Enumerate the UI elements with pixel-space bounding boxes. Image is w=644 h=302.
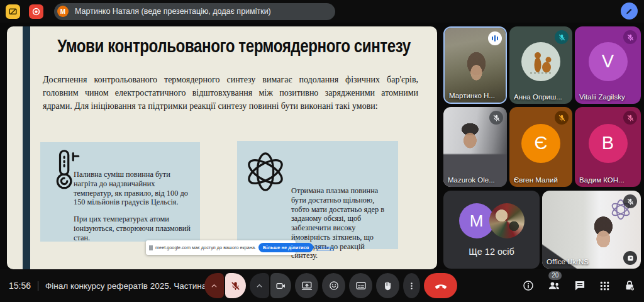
reactions-button[interactable] — [322, 273, 345, 298]
speaking-audio-icon — [488, 31, 502, 45]
hide-notification-link[interactable]: Сховати — [316, 245, 334, 250]
mic-muted-icon — [555, 30, 569, 44]
camera-options-chevron[interactable] — [250, 273, 269, 298]
meeting-details-button[interactable] — [522, 279, 535, 292]
avatar — [521, 42, 560, 81]
mic-muted-icon — [623, 111, 637, 125]
participant-count-badge: 20 — [548, 271, 562, 280]
slide-intro-paragraph: Досягнення контрольованого термоядерного… — [43, 73, 418, 113]
google-meet-window: М Мартинко Наталя (веде презентацію, дод… — [0, 0, 644, 302]
captions-button[interactable] — [349, 273, 372, 298]
tile-yevhen[interactable]: Є Євген Малий — [509, 107, 572, 187]
participant-name: Мартинко Н... — [449, 92, 495, 99]
avatar: Є — [521, 124, 560, 163]
tile-more-participants[interactable]: M Ще 12 осіб — [443, 191, 540, 269]
atom-icon — [242, 148, 289, 195]
stop-sharing-button[interactable]: Більше не ділитися — [258, 243, 313, 252]
screen-share-notification: meet.google.com має доступ до вашого екр… — [146, 240, 296, 255]
divider — [38, 281, 38, 291]
notification-text: meet.google.com має доступ до вашого екр… — [155, 245, 256, 250]
slide-temperature-box: Паливна суміш повинна бути нагріта до на… — [40, 142, 200, 242]
host-controls-button[interactable] — [623, 279, 636, 292]
temperature-text-1: Паливна суміш повинна бути нагріта до на… — [74, 170, 195, 207]
microphone-control — [204, 273, 246, 298]
activities-button[interactable] — [599, 280, 611, 292]
camera-button[interactable] — [270, 273, 291, 298]
mic-muted-icon — [623, 194, 637, 208]
collage-avatar-image — [489, 203, 525, 238]
tile-anna[interactable]: Анна Оприш... — [509, 26, 572, 104]
meeting-title: Фінал конкурсу рефератів 2025. Частина 1… — [45, 281, 210, 291]
participant-name: Євген Малий — [514, 176, 558, 184]
presenter-avatar: М — [57, 6, 69, 17]
participant-name: Анна Оприш... — [514, 93, 562, 101]
camera-control — [250, 273, 291, 298]
pen-icon — [625, 6, 634, 16]
present-screen-button[interactable] — [295, 273, 318, 298]
presentation-icon — [8, 7, 18, 16]
expand-tile-icon[interactable] — [623, 251, 637, 265]
presenter-pill[interactable]: М Мартинко Наталя (веде презентацію, дод… — [54, 3, 335, 20]
participants-button[interactable]: 20 — [547, 279, 561, 293]
tile-vitalii[interactable]: V Vitalii Zagilsky — [575, 26, 641, 104]
tile-mazurok[interactable]: Mazurok Ole... — [443, 107, 507, 187]
monitor-icon — [149, 245, 153, 250]
participant-name: Vitalii Zagilsky — [579, 93, 625, 101]
participant-name: Office UkrNS — [547, 258, 589, 266]
raise-hand-button[interactable] — [376, 273, 399, 298]
annotate-button[interactable] — [621, 3, 638, 20]
meeting-panels: 20 — [522, 269, 636, 302]
presenter-name: Мартинко Наталя (веде презентацію, додає… — [75, 7, 271, 16]
temperature-text-2: При цих температурах атоми іонізуються, … — [74, 215, 195, 242]
bottom-control-bar: 15:56 Фінал конкурсу рефератів 2025. Час… — [0, 269, 644, 302]
avatar: V — [589, 42, 628, 81]
mic-muted-icon — [623, 30, 637, 44]
participant-name: Вадим КОН... — [579, 176, 625, 184]
tile-martynko[interactable]: Мартинко Н... — [443, 26, 507, 104]
more-participants-label: Ще 12 осіб — [469, 247, 514, 257]
call-controls — [204, 273, 457, 298]
more-options-button[interactable] — [403, 273, 420, 298]
recording-indicator-button[interactable] — [29, 4, 43, 19]
participants-grid: Мартинко Н... Анна Оприш... — [443, 26, 641, 269]
end-call-button[interactable] — [424, 273, 457, 298]
slide-accent-stripe — [23, 26, 30, 269]
presenting-indicator-button[interactable] — [6, 4, 20, 19]
clock-time: 15:56 — [9, 281, 31, 291]
slide-title: Умови контрольованого термоядерного синт… — [53, 35, 415, 57]
shared-presentation-slide: Умови контрольованого термоядерного синт… — [7, 26, 437, 269]
mic-muted-button[interactable] — [225, 273, 246, 298]
marmots-avatar-image — [524, 45, 558, 79]
slide-density-box: Отримана плазма повинна бути достатньо щ… — [237, 141, 398, 249]
tile-office-ukrns[interactable]: Office UkrNS — [542, 191, 641, 269]
participant-name: Mazurok Ole... — [448, 176, 495, 184]
tile-vadym[interactable]: В Вадим КОН... — [575, 107, 641, 187]
record-icon — [31, 6, 42, 17]
mic-muted-icon — [555, 111, 569, 125]
mic-options-chevron[interactable] — [204, 273, 224, 298]
chat-button[interactable] — [574, 279, 586, 292]
mic-muted-icon — [489, 111, 503, 125]
top-bar: М Мартинко Наталя (веде презентацію, дод… — [0, 0, 644, 23]
avatar: В — [589, 124, 628, 163]
